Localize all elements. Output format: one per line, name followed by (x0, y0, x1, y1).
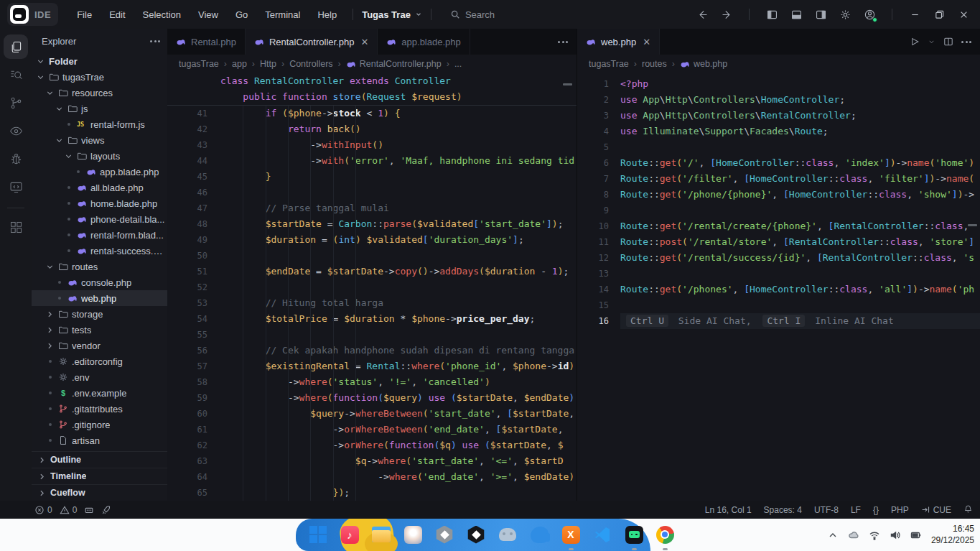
taskbar-file-explorer-icon[interactable] (372, 525, 391, 544)
code-line[interactable]: 10Route::get('/rental/create/{phone}', [… (577, 218, 980, 234)
taskbar-music-app-icon[interactable]: ♪ (340, 525, 359, 544)
line-number[interactable]: 51 (167, 264, 220, 279)
close-tab-icon[interactable]: ✕ (643, 37, 650, 47)
onedrive-cloud-icon[interactable] (848, 529, 859, 541)
line-number[interactable]: 59 (167, 390, 220, 406)
code-line[interactable]: 11Route::post('/rental/store', [RentalCo… (577, 234, 980, 250)
taskbar-trae-icon[interactable] (625, 525, 643, 544)
line-number[interactable]: 49 (167, 232, 220, 248)
battery-icon[interactable] (910, 529, 922, 541)
taskbar-unity-dark-icon[interactable] (467, 525, 485, 544)
tab-rental.php[interactable]: Rental.php (167, 29, 246, 55)
code-line[interactable]: 49 $duration = (int) $validated['duratio… (167, 232, 577, 248)
code-line[interactable]: 44 ->with('error', 'Maaf, handphone ini … (167, 153, 577, 169)
editor-more-actions-icon[interactable] (558, 41, 568, 43)
line-number[interactable]: 16 (577, 313, 620, 329)
activity-explorer-button[interactable] (4, 34, 28, 59)
line-number[interactable]: 56 (167, 343, 220, 358)
line-number[interactable]: 52 (167, 279, 220, 295)
code-line[interactable]: 14Route::get('/phones', [HomeController:… (577, 282, 980, 297)
section-outline[interactable]: Outline (32, 451, 167, 468)
line-number[interactable] (167, 73, 220, 89)
workspace-switcher[interactable]: Tugas Trae (362, 9, 422, 20)
tree-item-artisan[interactable]: artisan (32, 432, 167, 448)
code-line[interactable]: 4use Illuminate\Support\Facades\Route; (577, 124, 980, 139)
tree-item-routes[interactable]: routes (32, 259, 167, 274)
taskbar-godot-icon[interactable] (498, 525, 517, 544)
tree-item-js[interactable]: js (32, 101, 167, 116)
tree-item-views[interactable]: views (32, 132, 167, 148)
code-line[interactable]: 53 // Hitung total harga (167, 295, 577, 311)
code-line[interactable]: 1<?php (577, 76, 980, 92)
code-line[interactable]: 2use App\Http\Controllers\HomeController… (577, 92, 980, 108)
toggle-right-panel-button[interactable] (810, 4, 831, 24)
status-item[interactable]: LF (851, 505, 861, 515)
close-tab-icon[interactable]: ✕ (360, 37, 368, 47)
code-line[interactable]: 42 return back() (167, 121, 577, 137)
explorer-more-actions-icon[interactable] (150, 40, 160, 42)
line-number[interactable]: 55 (167, 327, 220, 343)
run-button[interactable] (909, 36, 920, 47)
code-line[interactable]: 13 (577, 266, 980, 282)
status-item[interactable]: UTF-8 (814, 505, 839, 515)
status-item[interactable]: Spaces: 4 (764, 505, 802, 515)
line-number[interactable] (167, 89, 220, 105)
line-number[interactable]: 45 (167, 169, 220, 185)
code-line[interactable]: 15 (577, 297, 980, 313)
code-line[interactable]: 16Ctrl U Side AI Chat, Ctrl I Inline AI … (577, 313, 980, 329)
code-line[interactable]: 41 if ($phone->stock < 1) { (167, 106, 577, 121)
tree-item-.env[interactable]: .env (32, 369, 167, 385)
tree-item-home.blade.php[interactable]: home.blade.php (32, 195, 167, 211)
code-line[interactable]: 3use App\Http\Controllers\RentalControll… (577, 108, 980, 124)
code-line[interactable]: 48 $startDate = Carbon::parse($validated… (167, 216, 577, 232)
code-line[interactable]: 47 // Parse tanggal mulai (167, 200, 577, 216)
breadcrumb-item[interactable]: tugasTrae (179, 59, 219, 69)
line-number[interactable]: 5 (577, 139, 620, 155)
taskbar-chrome-icon[interactable] (655, 525, 674, 544)
status-item[interactable]: {} (873, 505, 879, 515)
line-number[interactable]: 61 (167, 422, 220, 437)
line-number[interactable]: 1 (577, 76, 620, 92)
tree-item-layouts[interactable]: layouts (32, 148, 167, 164)
tree-item-.gitattributes[interactable]: .gitattributes (32, 401, 167, 417)
code-line[interactable]: 63 $q->where('start_date', '<=', $startD (167, 453, 577, 469)
menu-file[interactable]: File (70, 6, 99, 23)
menu-terminal[interactable]: Terminal (258, 6, 307, 23)
taskbar-unity-gray-icon[interactable] (435, 525, 454, 544)
line-number[interactable]: 13 (577, 266, 620, 282)
restore-button[interactable] (928, 4, 950, 24)
cue-indicator[interactable]: CUE (921, 505, 951, 515)
activity-extensions-button[interactable] (4, 215, 28, 239)
notifications-button[interactable] (963, 504, 973, 516)
tree-item-tests[interactable]: tests (32, 322, 167, 338)
menu-help[interactable]: Help (310, 6, 344, 23)
menu-edit[interactable]: Edit (102, 6, 132, 23)
code-line[interactable]: 5 (577, 139, 980, 155)
tab-rentalcontroller.php[interactable]: RentalController.php✕ (246, 29, 378, 55)
taskbar-xampp-icon[interactable]: X (561, 525, 580, 544)
line-number[interactable]: 62 (167, 437, 220, 453)
section-cueflow[interactable]: Cueflow (32, 484, 167, 501)
line-number[interactable]: 50 (167, 248, 220, 264)
taskbar-windows-start-button[interactable] (309, 525, 327, 544)
code-line[interactable]: 61 ->orWhereBetween('end_date', [$startD… (167, 422, 577, 437)
section-timeline[interactable]: Timeline (32, 468, 167, 484)
tab-app.blade.php[interactable]: app.blade.php (378, 29, 470, 55)
tree-item-rental-success.bl...[interactable]: rental-success.bl... (32, 243, 167, 259)
tree-item-.gitignore[interactable]: .gitignore (32, 417, 167, 432)
code-line[interactable]: 55 (167, 327, 577, 343)
global-search[interactable]: Search (450, 9, 495, 20)
line-number[interactable]: 65 (167, 485, 220, 501)
line-number[interactable]: 43 (167, 137, 220, 153)
code-line[interactable]: 57 $existingRental = Rental::where('phon… (167, 358, 577, 374)
tree-item-.env.example[interactable]: $.env.example (32, 385, 167, 401)
ports-icon[interactable] (84, 505, 94, 515)
code-line[interactable]: 54 $totalPrice = $duration * $phone->pri… (167, 311, 577, 327)
wifi-icon[interactable] (869, 529, 880, 541)
tree-item-web.php[interactable]: web.php (32, 290, 167, 306)
line-number[interactable]: 14 (577, 282, 620, 297)
tree-item-storage[interactable]: storage (32, 306, 167, 322)
activity-debug-button[interactable] (4, 147, 28, 171)
code-line[interactable]: 50 (167, 248, 577, 264)
debug-launch-icon[interactable] (101, 505, 111, 515)
